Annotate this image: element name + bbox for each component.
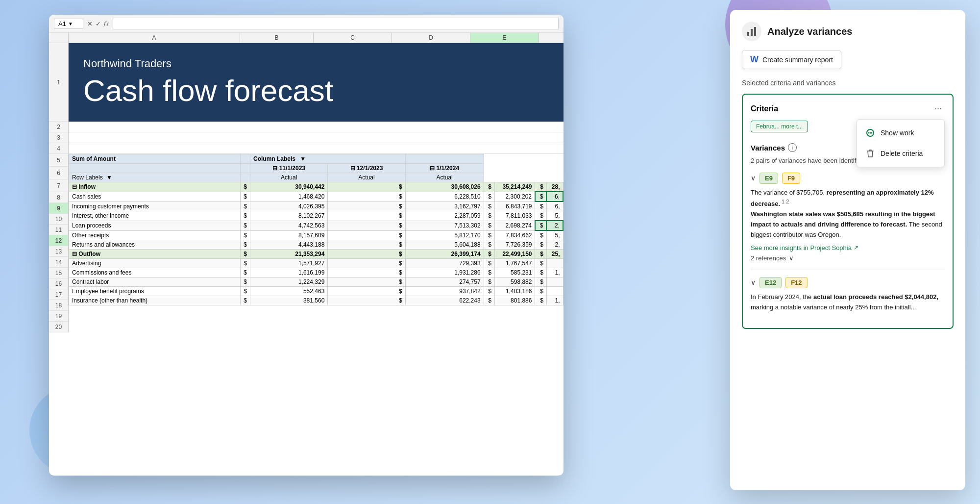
analyze-variances-icon: [742, 22, 761, 41]
cell-f9[interactable]: 6,: [546, 192, 563, 202]
table-row-20: Insurance (other than health) $ 381,560 …: [69, 296, 564, 305]
svg-rect-2: [754, 27, 756, 36]
show-work-label: Show work: [881, 129, 914, 137]
row-num-13: 13: [49, 246, 68, 257]
row-num-11: 11: [49, 225, 68, 235]
references-chevron-icon: ∨: [789, 254, 794, 262]
variance-1-cell-f9[interactable]: F9: [782, 173, 800, 184]
grid-area: Northwind Traders Cash flow forecast Sum…: [69, 43, 564, 332]
corner-spacer: [49, 33, 69, 43]
row-num-7: 7: [49, 179, 68, 192]
side-panel: Analyze variances W Create summary repor…: [730, 10, 965, 490]
cell-a13: Other receipts: [69, 230, 241, 240]
cell-e7: Actual: [405, 173, 484, 182]
variance-item-2: ∨ E12 F12 In February 2024, the actual l…: [751, 277, 945, 313]
variance-2-cell-e12[interactable]: E12: [760, 277, 782, 288]
see-more-insights-link[interactable]: See more insights in Project Sophia ↗: [751, 244, 945, 252]
col-header-e[interactable]: E: [470, 33, 539, 43]
cell-c6: ⊟ 11/1/2023: [250, 164, 328, 173]
delete-criteria-label: Delete criteria: [881, 150, 923, 157]
variance-item-1: ∨ E9 F9 The variance of $755,705, repres…: [751, 173, 945, 262]
criteria-section-title: Selected criteria and variances: [742, 79, 954, 87]
cell-e12-dollar[interactable]: $: [535, 221, 546, 230]
cell-d9-dollar: $: [328, 192, 405, 202]
table-row-7: Row Labels ▼ Actual Actual Actual: [69, 173, 564, 182]
show-work-menu-item[interactable]: Show work: [857, 123, 944, 143]
cell-f8-dollar: $: [535, 182, 546, 192]
cell-c9: 1,468,420: [250, 192, 328, 202]
function-icon: 𝑓𝑥: [104, 20, 109, 27]
cell-b5: [241, 154, 250, 164]
variance-2-collapse-button[interactable]: ∨: [751, 278, 756, 286]
create-report-label: Create summary report: [762, 56, 833, 64]
variance-2-text: In February 2024, the actual loan procee…: [751, 292, 945, 313]
row-num-10: 10: [49, 214, 68, 225]
row-num-3: 3: [49, 132, 68, 143]
cell-reference-box[interactable]: A1 ▼: [54, 19, 83, 29]
cell-a14: Returns and allowances: [69, 240, 241, 250]
variance-divider: [751, 270, 945, 270]
variance-2-cell-f12[interactable]: F12: [785, 277, 807, 288]
col-header-a[interactable]: A: [69, 33, 240, 43]
table-row-6: ⊟ 11/1/2023 ⊟ 12/1/2023 ⊟ 1/1/2024: [69, 164, 564, 173]
references-row-1[interactable]: 2 references ∨: [751, 254, 945, 262]
excel-toolbar: A1 ▼ ✕ ✓ 𝑓𝑥: [49, 15, 564, 33]
toolbar-icons: ✕ ✓ 𝑓𝑥: [87, 20, 109, 27]
create-summary-report-button[interactable]: W Create summary report: [742, 50, 841, 69]
row-num-20: 20: [49, 322, 68, 332]
row-num-17: 17: [49, 289, 68, 300]
cell-a15: ⊟ Outflow: [69, 250, 241, 259]
row-num-4: 4: [49, 143, 68, 154]
close-icon: ✕: [87, 20, 93, 27]
cell-a6: [69, 164, 241, 173]
cell-c8: 30,940,442: [250, 182, 328, 192]
variance-1-cell-e9[interactable]: E9: [760, 173, 778, 184]
column-headers: A B C D E: [49, 33, 564, 43]
cell-ref-value: A1: [58, 20, 66, 27]
col-header-b[interactable]: B: [240, 33, 314, 43]
word-icon: W: [750, 54, 759, 65]
excel-window: A1 ▼ ✕ ✓ 𝑓𝑥 A B C D E 1 2 3 4 5 6 7 8: [49, 15, 564, 476]
svg-point-6: [871, 132, 873, 134]
cell-b9: $: [241, 192, 250, 202]
references-count-1: 2 references: [751, 254, 786, 262]
company-name: Northwind Traders: [83, 57, 549, 70]
cell-d7: Actual: [328, 173, 405, 182]
row-numbers: 1 2 3 4 5 6 7 8 9 10 11 12 13 14 15 16 1…: [49, 43, 69, 332]
row-num-18: 18: [49, 300, 68, 311]
cell-a19: Employee benefit programs: [69, 287, 241, 296]
cell-a20: Insurance (other than health): [69, 296, 241, 305]
delete-criteria-menu-item[interactable]: Delete criteria: [857, 143, 944, 164]
cell-e6: ⊟ 1/1/2024: [405, 164, 484, 173]
context-menu: Show work Delete criteria: [857, 119, 945, 167]
col-header-c[interactable]: C: [314, 33, 392, 43]
data-table: Sum of Amount Column Labels ▼ ⊟ 11/1/202…: [69, 154, 564, 305]
row-num-5: 5: [49, 154, 68, 167]
criteria-panel: Criteria ··· Show work: [742, 94, 954, 329]
variance-1-collapse-button[interactable]: ∨: [751, 174, 756, 182]
row-num-2: 2: [49, 122, 68, 132]
checkmark-icon: ✓: [96, 20, 101, 27]
cell-e5: [405, 154, 484, 164]
table-row-14: Returns and allowances $ 4,443,188 $ 5,6…: [69, 240, 564, 250]
cell-a8: ⊟ Inflow: [69, 182, 241, 192]
cell-a7: Row Labels ▼: [69, 173, 241, 182]
report-title: Cash flow forecast: [83, 74, 549, 107]
cell-d8: 30,608,026: [405, 182, 484, 192]
more-options-button[interactable]: ···: [931, 102, 945, 115]
cell-e12[interactable]: 2,: [546, 221, 563, 230]
cell-f8: 28,: [546, 182, 563, 192]
formula-bar[interactable]: [113, 18, 559, 29]
row-3: [69, 132, 564, 143]
svg-point-5: [870, 132, 871, 134]
svg-point-4: [868, 132, 870, 134]
col-header-d[interactable]: D: [392, 33, 470, 43]
cell-c7: Actual: [250, 173, 328, 182]
show-work-icon: [865, 127, 876, 138]
cell-a5[interactable]: Sum of Amount: [69, 154, 241, 164]
variances-info-icon[interactable]: i: [788, 143, 797, 152]
cell-f9-dollar[interactable]: $: [535, 192, 546, 202]
table-row-16: Advertising $ 1,571,927 $ 729,393 $ 1,76…: [69, 259, 564, 268]
table-row-17: Commissions and fees $ 1,616,199 $ 1,931…: [69, 268, 564, 277]
criteria-header: Criteria ···: [751, 102, 945, 115]
